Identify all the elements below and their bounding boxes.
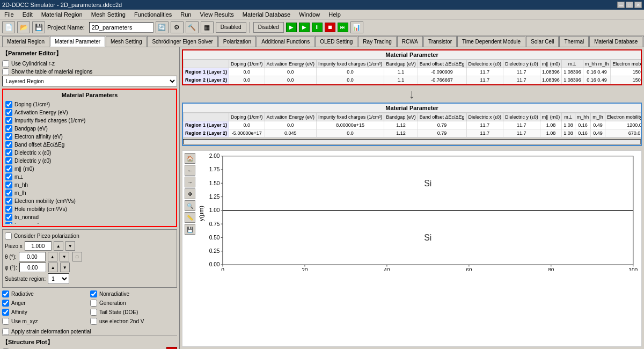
xtick-80-label: 80 (548, 267, 554, 271)
cb-anger[interactable] (2, 300, 9, 307)
cb-electron-affinity[interactable] (5, 133, 12, 140)
phi-up[interactable]: ▲ (48, 263, 58, 272)
piezo-x-down[interactable]: ▼ (65, 241, 75, 251)
tab-ray-tracing[interactable]: Ray Tracing (358, 36, 396, 47)
cb-h-mobility[interactable] (5, 206, 12, 213)
tab-schrodinger[interactable]: Schrödinger Eigen Solver (147, 36, 217, 47)
lr1-act-energy: 0.0 (265, 121, 317, 129)
menu-window[interactable]: Window (297, 11, 322, 18)
h-scrollbar[interactable] (183, 137, 641, 145)
cb-generation[interactable] (90, 300, 97, 307)
menu-run[interactable]: Run (178, 11, 193, 18)
cb-diel-x[interactable] (5, 149, 12, 156)
refresh-plot-btn[interactable]: ↻ (166, 347, 177, 349)
cb-diel-y[interactable] (5, 157, 12, 164)
phi-input[interactable] (19, 263, 46, 272)
fast-forward-btn[interactable]: ⏭ (338, 23, 348, 32)
cb-use-mxyz[interactable] (2, 318, 9, 325)
maximize-btn[interactable]: □ (626, 2, 633, 8)
measure-plot-btn[interactable]: 📏 (185, 212, 195, 223)
cb-m-hh[interactable] (5, 181, 12, 188)
cb-m-perp[interactable] (5, 173, 12, 180)
cb-band-offset[interactable] (5, 141, 12, 148)
refresh-btn[interactable]: 🔄 (156, 21, 169, 33)
r2-diel-y: 11.7 (503, 76, 540, 84)
tab-rcwa[interactable]: RCWA (397, 36, 423, 47)
cb-e-mobility[interactable] (5, 198, 12, 205)
stop-btn[interactable]: ⏹ (325, 23, 335, 32)
build-btn[interactable]: 🔨 (186, 21, 199, 33)
tab-thermal[interactable]: Thermal (559, 36, 589, 47)
cb-tp-nonrad[interactable] (5, 222, 12, 224)
tab-polarization[interactable]: Polarization (218, 36, 256, 47)
disabled-btn-2[interactable]: Disabled (253, 22, 284, 33)
cb-affinity[interactable] (2, 309, 9, 316)
tab-time-dependent[interactable]: Time Dependent Module (457, 36, 525, 47)
theta-clear[interactable]: □ (72, 252, 82, 261)
cb-radiative[interactable] (2, 290, 9, 297)
back-plot-btn[interactable]: ← (185, 165, 195, 176)
theta-up[interactable]: ▲ (48, 252, 57, 261)
tab-transistor[interactable]: Transistor (423, 36, 457, 47)
layered-region-dropdown[interactable]: Layered Region (2, 76, 177, 86)
use-cylindrical-checkbox[interactable] (2, 60, 9, 67)
region2-label: Region 2 (Layer 2) (184, 76, 229, 84)
cb-tail-state[interactable] (90, 309, 97, 316)
save-btn[interactable]: 💾 (32, 21, 45, 33)
play-btn-2[interactable]: ▶ (299, 23, 310, 32)
new-btn[interactable]: 📄 (2, 21, 15, 33)
menu-help[interactable]: Help (326, 11, 343, 18)
project-name-input[interactable] (89, 22, 153, 33)
zoom-plot-btn[interactable]: 🔍 (185, 200, 195, 211)
grid-btn[interactable]: ▦ (201, 21, 214, 33)
cb-electron-2nd[interactable] (90, 318, 97, 325)
tab-oled[interactable]: OLED Setting (315, 36, 357, 47)
cb-m-lh[interactable] (5, 190, 12, 197)
substrate-select[interactable]: 1 (48, 273, 69, 284)
cb-doping[interactable] (5, 101, 12, 108)
tab-material-parameter[interactable]: Material Parameter (50, 36, 105, 47)
cb-tn-nonrad[interactable] (5, 214, 12, 221)
piezo-x-up[interactable]: ▲ (54, 241, 63, 251)
lower-param-table: Doping (1/cm³) Activation Energy (eV) Im… (183, 113, 641, 137)
settings-btn[interactable]: ⚙ (171, 21, 184, 33)
menu-material-region[interactable]: Material Region (39, 11, 85, 18)
open-btn[interactable]: 📂 (17, 21, 30, 33)
cb-impurity-fixed[interactable] (5, 117, 12, 124)
save-plot-btn[interactable]: 💾 (185, 224, 195, 235)
tab-material-database[interactable]: Material Database (589, 36, 642, 47)
menu-file[interactable]: File (2, 11, 16, 18)
theta-down[interactable]: ▼ (60, 252, 69, 261)
theta-input[interactable] (19, 252, 46, 261)
home-plot-btn[interactable]: 🏠 (185, 153, 195, 164)
tab-material-region[interactable]: Material Region (2, 36, 49, 47)
cb-activation-energy[interactable] (5, 109, 12, 116)
cb-strain[interactable] (2, 328, 9, 335)
pause-btn[interactable]: ⏸ (312, 23, 323, 32)
phi-row: φ (°): ▲ ▼ (5, 263, 174, 272)
cb-m-par[interactable] (5, 165, 12, 172)
disabled-btn-1[interactable]: Disabled (216, 22, 246, 33)
horizontal-scroll[interactable] (183, 139, 641, 144)
tab-additional[interactable]: Additional Functions (257, 36, 314, 47)
tab-mesh-setting[interactable]: Mesh Setting (106, 36, 147, 47)
close-btn[interactable]: ✕ (634, 2, 642, 8)
menu-edit[interactable]: Edit (20, 11, 35, 18)
tab-solar-cell[interactable]: Solar Cell (526, 36, 559, 47)
cb-bandgap[interactable] (5, 125, 12, 132)
show-table-checkbox[interactable] (2, 68, 9, 75)
chart-btn[interactable]: 📊 (350, 21, 363, 33)
menu-mesh-setting[interactable]: Mesh Setting (89, 11, 128, 18)
cb-nonradiative[interactable] (90, 290, 97, 297)
piezo-checkbox[interactable] (5, 232, 12, 239)
menu-view-results[interactable]: View Results (197, 11, 236, 18)
minimize-btn[interactable]: — (617, 2, 625, 8)
pan-plot-btn[interactable]: ✥ (185, 188, 195, 199)
menu-functionalities[interactable]: Functionalities (132, 11, 174, 18)
play-btn[interactable]: ▶ (286, 23, 297, 32)
forward-plot-btn[interactable]: → (185, 177, 195, 187)
piezo-x-input[interactable] (25, 241, 52, 251)
phi-down[interactable]: ▼ (60, 263, 70, 272)
lcol-m-lh: m_lh (591, 113, 605, 121)
menu-material-database[interactable]: Material Database (240, 11, 292, 18)
